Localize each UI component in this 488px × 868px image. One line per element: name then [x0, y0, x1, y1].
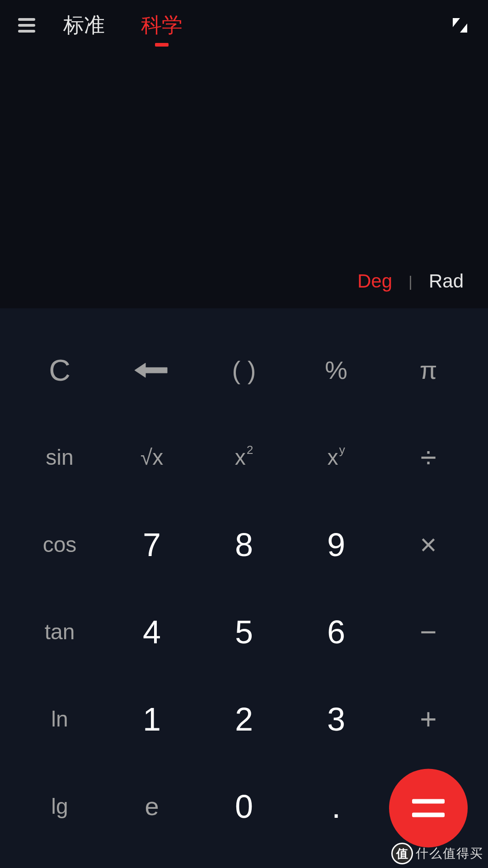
svg-rect-4	[412, 812, 445, 817]
watermark: 值 什么值得买	[387, 839, 488, 868]
digit-3-button[interactable]: 3	[290, 675, 382, 763]
digit-6-button[interactable]: 6	[290, 588, 382, 675]
angle-rad[interactable]: Rad	[429, 270, 464, 292]
svg-rect-3	[412, 799, 445, 803]
backspace-icon	[135, 361, 169, 379]
plus-button[interactable]: +	[382, 675, 474, 763]
sin-button[interactable]: sin	[14, 414, 106, 501]
square-base: x	[235, 445, 246, 470]
power-button[interactable]: xy	[290, 414, 382, 501]
pi-button[interactable]: π	[382, 326, 474, 414]
power-exp: y	[339, 443, 345, 457]
digit-8-button[interactable]: 8	[198, 501, 290, 588]
parentheses-button[interactable]: ( )	[198, 326, 290, 414]
header: 标准 科学	[0, 0, 488, 51]
menu-icon[interactable]	[18, 16, 36, 34]
ln-button[interactable]: ln	[14, 675, 106, 763]
display-area: Deg | Rad	[0, 51, 488, 308]
svg-marker-1	[460, 24, 467, 33]
multiply-button[interactable]: ×	[382, 501, 474, 588]
digit-4-button[interactable]: 4	[106, 588, 198, 675]
minus-button[interactable]: −	[382, 588, 474, 675]
tab-scientific[interactable]: 科学	[141, 9, 183, 42]
tab-standard[interactable]: 标准	[63, 9, 105, 42]
percent-button[interactable]: %	[290, 326, 382, 414]
watermark-badge: 值	[391, 843, 413, 864]
square-exp: 2	[247, 443, 253, 457]
angle-separator: |	[408, 273, 413, 290]
calculator-app: 标准 科学 Deg | Rad C ( ) % π	[0, 0, 488, 868]
square-button[interactable]: x2	[198, 414, 290, 501]
decimal-button[interactable]: .	[290, 763, 382, 850]
power-base: x	[327, 445, 338, 470]
lg-button[interactable]: lg	[14, 763, 106, 850]
clear-button[interactable]: C	[14, 326, 106, 414]
digit-1-button[interactable]: 1	[106, 675, 198, 763]
angle-deg[interactable]: Deg	[357, 270, 392, 292]
watermark-text: 什么值得买	[416, 845, 483, 862]
cos-button[interactable]: cos	[14, 501, 106, 588]
angle-mode-toggle[interactable]: Deg | Rad	[357, 270, 464, 292]
divide-button[interactable]: ÷	[382, 414, 474, 501]
mode-tabs: 标准 科学	[63, 9, 183, 42]
digit-7-button[interactable]: 7	[106, 501, 198, 588]
tan-button[interactable]: tan	[14, 588, 106, 675]
svg-marker-2	[135, 363, 167, 377]
equals-button[interactable]	[389, 769, 468, 847]
digit-0-button[interactable]: 0	[198, 763, 290, 850]
equals-cell	[382, 763, 474, 850]
svg-marker-0	[453, 18, 460, 27]
e-button[interactable]: e	[106, 763, 198, 850]
digit-5-button[interactable]: 5	[198, 588, 290, 675]
sqrt-button[interactable]: √x	[106, 414, 198, 501]
backspace-button[interactable]	[106, 326, 198, 414]
equals-icon	[409, 795, 447, 821]
digit-2-button[interactable]: 2	[198, 675, 290, 763]
keypad: C ( ) % π sin √x x2 xy ÷ cos 7 8 9 × tan…	[0, 308, 488, 868]
digit-9-button[interactable]: 9	[290, 501, 382, 588]
brand-icon	[450, 15, 470, 35]
